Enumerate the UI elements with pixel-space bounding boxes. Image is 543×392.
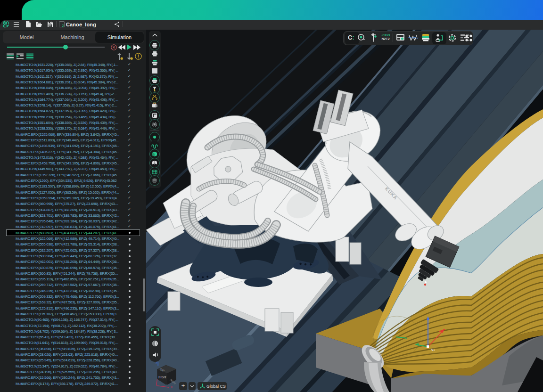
svg-text:X: X [171,385,173,388]
svg-text:N1: N1 [431,348,435,351]
svg-text:Front: Front [158,376,166,379]
svg-text:Z: Z [156,361,158,365]
svg-text:2: 2 [62,24,64,27]
